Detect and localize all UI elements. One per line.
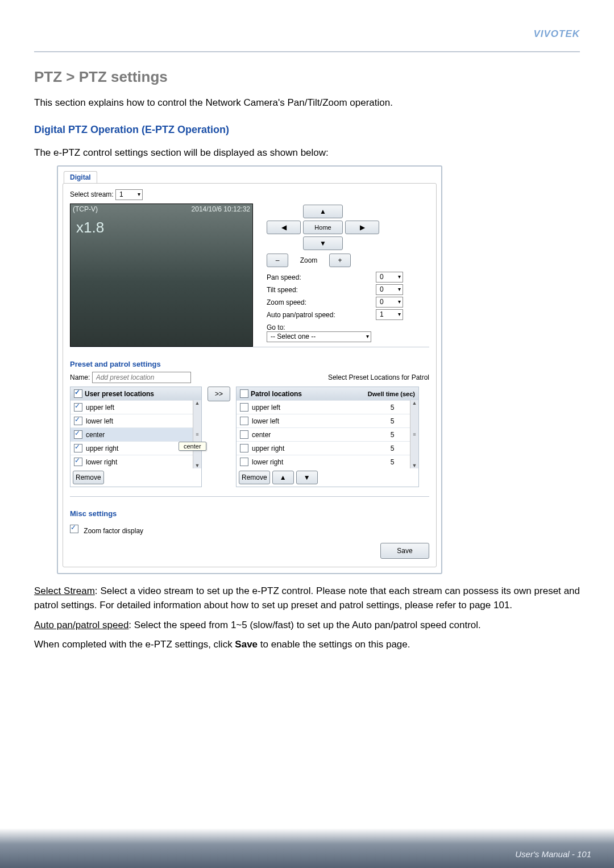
- brand-text: VIVOTEK: [533, 28, 580, 40]
- patrol-label: lower right: [252, 458, 375, 466]
- ptz-up-button[interactable]: ▲: [303, 205, 343, 218]
- preset-section-title: Preset and patrol settings: [70, 360, 161, 368]
- preset-checkbox[interactable]: [74, 403, 82, 412]
- patrol-checkbox[interactable]: [240, 458, 248, 466]
- tilt-speed-select[interactable]: 0: [376, 284, 403, 295]
- remove-patrol-button[interactable]: Remove: [239, 471, 270, 484]
- list-item[interactable]: center: [70, 427, 193, 441]
- zoom-out-button[interactable]: –: [267, 254, 288, 267]
- para-auto-speed: Auto pan/patrol speed: Select the speed …: [34, 618, 580, 633]
- auto-speed-label: Auto pan/patrol speed:: [267, 311, 335, 319]
- list-item[interactable]: lower left: [70, 414, 193, 427]
- video-connection-label: (TCP-V): [73, 205, 98, 213]
- pan-speed-select[interactable]: 0: [376, 272, 403, 283]
- preset-checkbox[interactable]: [74, 444, 82, 452]
- patrol-move-down-button[interactable]: ▼: [296, 471, 318, 484]
- list-item[interactable]: center 5: [237, 427, 410, 441]
- preset-name-label: Name:: [70, 373, 90, 381]
- preset-checkbox[interactable]: [74, 458, 82, 466]
- preset-checkbox[interactable]: [74, 417, 82, 425]
- zoom-label: Zoom: [292, 256, 326, 264]
- patrol-label: lower left: [252, 417, 375, 425]
- intro-text: This section explains how to control the…: [34, 96, 580, 110]
- pan-speed-label: Pan speed:: [267, 273, 301, 281]
- patrol-list: upper left 5 lower left 5: [237, 400, 410, 468]
- video-timestamp: 2014/10/6 10:12:32: [192, 205, 250, 213]
- para-save: When completed with the e-PTZ settings, …: [34, 638, 580, 652]
- zoom-factor-display-label: Zoom factor display: [84, 527, 143, 535]
- zoom-speed-label: Zoom speed:: [267, 298, 306, 306]
- page-title: PTZ > PTZ settings: [34, 68, 580, 86]
- goto-label: Go to:: [267, 323, 429, 331]
- zoom-in-button[interactable]: +: [329, 254, 351, 267]
- user-preset-master-checkbox[interactable]: [74, 389, 82, 398]
- ptz-controls: ▲ ◀ Home ▶ ▼ – Zoom +: [267, 203, 429, 342]
- footer-text: User's Manual - 101: [515, 849, 591, 859]
- preset-label: center: [86, 431, 105, 439]
- dwell-header: Dwell time (sec): [368, 391, 415, 397]
- save-keyword: Save: [235, 639, 258, 650]
- select-stream-label: Select stream:: [70, 190, 114, 198]
- dwell-value[interactable]: 5: [378, 458, 406, 466]
- list-item[interactable]: upper left: [70, 400, 193, 414]
- patrol-checkbox[interactable]: [240, 430, 248, 439]
- sub-intro-text: The e-PTZ control settings section will …: [34, 146, 580, 160]
- zoom-speed-select[interactable]: 0: [376, 297, 403, 308]
- dwell-value[interactable]: 5: [378, 404, 406, 412]
- user-preset-list: upper left lower left center: [70, 400, 193, 468]
- list-item[interactable]: lower right 5: [237, 455, 410, 468]
- dwell-value[interactable]: 5: [378, 445, 406, 452]
- save-button[interactable]: Save: [380, 543, 429, 559]
- patrol-checkbox[interactable]: [240, 417, 248, 425]
- patrol-header: Patrol locations: [251, 390, 302, 398]
- scrollbar[interactable]: ▲≡▼: [193, 400, 201, 468]
- page-number: 101: [577, 849, 591, 859]
- tilt-speed-label: Tilt speed:: [267, 286, 298, 294]
- para-select-stream-lead: Select Stream: [34, 585, 95, 596]
- ptz-left-button[interactable]: ◀: [267, 221, 301, 234]
- remove-preset-button[interactable]: Remove: [73, 471, 104, 484]
- section-subheading: Digital PTZ Operation (E-PTZ Operation): [34, 124, 580, 136]
- dwell-value[interactable]: 5: [378, 431, 406, 439]
- zoom-factor-display-checkbox[interactable]: [70, 525, 78, 533]
- patrol-checkbox[interactable]: [240, 444, 248, 452]
- tooltip: center: [179, 442, 206, 451]
- list-item[interactable]: upper right 5: [237, 441, 410, 455]
- list-item[interactable]: lower right: [70, 455, 193, 468]
- tab-digital[interactable]: Digital: [64, 171, 97, 183]
- patrol-checkbox[interactable]: [240, 403, 248, 412]
- header-rule: [34, 51, 580, 52]
- misc-section-title: Misc settings: [70, 509, 117, 518]
- video-zoom-factor: x1.8: [76, 219, 104, 236]
- list-item[interactable]: lower left 5: [237, 414, 410, 427]
- auto-speed-select[interactable]: 1: [376, 309, 403, 320]
- eptz-settings-panel: Digital Select stream: 1 (TCP-V) 2014/10…: [57, 165, 442, 574]
- preset-label: upper right: [86, 445, 118, 452]
- patrol-label: center: [252, 431, 375, 439]
- preset-checkbox[interactable]: [74, 430, 82, 439]
- patrol-label: upper right: [252, 445, 375, 452]
- select-patrol-label: Select Preset Locations for Patrol: [328, 373, 429, 381]
- list-item[interactable]: upper right: [70, 441, 193, 455]
- goto-select[interactable]: -- Select one --: [267, 331, 371, 342]
- preset-name-input[interactable]: [92, 372, 191, 383]
- ptz-home-button[interactable]: Home: [303, 221, 343, 234]
- preset-label: upper left: [86, 404, 114, 412]
- move-to-patrol-button[interactable]: >>: [208, 387, 230, 401]
- footer-strip: User's Manual - 101: [0, 828, 614, 868]
- preset-label: lower left: [86, 417, 113, 425]
- ptz-down-button[interactable]: ▼: [303, 236, 343, 250]
- patrol-master-checkbox[interactable]: [240, 389, 248, 398]
- para-auto-speed-rest: : Select the speed from 1~5 (slow/fast) …: [128, 620, 480, 630]
- ptz-right-button[interactable]: ▶: [345, 221, 379, 234]
- patrol-move-up-button[interactable]: ▲: [272, 471, 294, 484]
- para-auto-speed-lead: Auto pan/patrol speed: [34, 620, 128, 630]
- scrollbar[interactable]: ▲≡▼: [410, 400, 418, 468]
- user-preset-header: User preset locations: [85, 390, 154, 398]
- dwell-value[interactable]: 5: [378, 417, 406, 425]
- select-stream-dropdown[interactable]: 1: [115, 189, 143, 200]
- video-preview[interactable]: (TCP-V) 2014/10/6 10:12:32 x1.8: [70, 203, 253, 347]
- patrol-label: upper left: [252, 404, 375, 412]
- list-item[interactable]: upper left 5: [237, 400, 410, 414]
- para-select-stream-rest: : Select a video stream to set up the e-…: [34, 585, 580, 610]
